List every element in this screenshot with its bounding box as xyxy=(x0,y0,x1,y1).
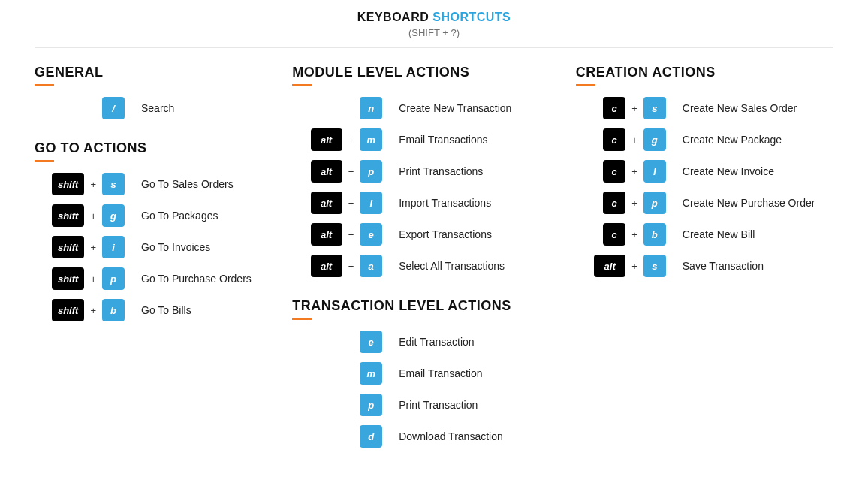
key-cap: alt xyxy=(311,192,342,214)
section-title: TRANSACTION LEVEL ACTIONS xyxy=(292,298,511,318)
key-cap: d xyxy=(360,425,382,448)
key-cap: alt xyxy=(311,160,342,183)
key-combo: alt+p xyxy=(292,160,382,183)
plus-icon: + xyxy=(631,166,637,177)
shortcut-row-save-txn: alt+sSave Transaction xyxy=(576,255,833,277)
key-cap: p xyxy=(360,160,382,183)
title-part1: KEYBOARD xyxy=(357,11,433,23)
key-cap: a xyxy=(360,255,382,277)
shortcut-row-mod-new: nCreate New Transaction xyxy=(292,97,576,119)
shortcut-row-goto-sales-orders: shift+sGo To Sales Orders xyxy=(35,173,292,195)
shortcut-label: Export Transactions xyxy=(399,228,492,240)
key-cap: g xyxy=(643,128,666,151)
shortcut-label: Go To Packages xyxy=(141,210,218,222)
key-cap: i xyxy=(102,236,125,258)
plus-icon: + xyxy=(90,242,96,253)
key-combo: e xyxy=(292,331,382,353)
shortcut-label: Print Transactions xyxy=(399,165,483,177)
key-cap: e xyxy=(360,223,382,246)
header: KEYBOARD SHORTCUTS (SHIFT + ?) xyxy=(0,11,868,38)
shortcut-row-new-invoice: c+ICreate New Invoice xyxy=(576,160,833,183)
key-combo: n xyxy=(292,97,382,119)
shortcut-row-search: /Search xyxy=(35,97,292,119)
shortcut-row-mod-email: alt+mEmail Transactions xyxy=(292,128,576,151)
section-title: CREATION ACTIONS xyxy=(576,65,716,85)
key-cap: s xyxy=(102,173,125,195)
key-combo: m xyxy=(292,362,382,385)
shortcut-label: Email Transactions xyxy=(399,134,487,146)
section-title: MODULE LEVEL ACTIONS xyxy=(292,65,469,85)
key-cap: p xyxy=(102,267,125,290)
key-combo: shift+p xyxy=(35,267,125,290)
key-combo: c+s xyxy=(576,97,666,119)
key-cap: / xyxy=(102,97,125,119)
shortcut-label: Search xyxy=(141,102,174,114)
section-general: GENERAL/Search xyxy=(35,65,292,119)
plus-icon: + xyxy=(348,134,354,146)
page-title: KEYBOARD SHORTCUTS xyxy=(0,11,868,24)
key-combo: alt+e xyxy=(292,223,382,246)
key-combo: alt+m xyxy=(292,128,382,151)
key-cap: shift xyxy=(52,236,84,258)
key-cap: shift xyxy=(52,299,84,321)
key-cap: shift xyxy=(52,204,84,227)
section-module: MODULE LEVEL ACTIONSnCreate New Transact… xyxy=(292,65,576,277)
key-cap: g xyxy=(102,204,125,227)
header-divider xyxy=(35,47,833,48)
column: CREATION ACTIONSc+sCreate New Sales Orde… xyxy=(576,65,833,469)
section-creation: CREATION ACTIONSc+sCreate New Sales Orde… xyxy=(576,65,833,277)
plus-icon: + xyxy=(348,261,354,272)
shortcut-row-goto-bills: shift+bGo To Bills xyxy=(35,299,292,321)
shortcut-label: Save Transaction xyxy=(683,260,764,272)
key-combo: c+b xyxy=(576,223,666,246)
column: MODULE LEVEL ACTIONSnCreate New Transact… xyxy=(292,65,576,469)
key-cap: alt xyxy=(311,128,342,151)
shortcut-label: Import Transactions xyxy=(399,197,491,209)
key-combo: c+I xyxy=(576,160,666,183)
plus-icon: + xyxy=(631,229,637,240)
key-cap: s xyxy=(643,255,666,277)
key-combo: shift+g xyxy=(35,204,125,227)
section-goto: GO TO ACTIONSshift+sGo To Sales Orderssh… xyxy=(35,140,292,321)
shortcut-label: Create New Package xyxy=(683,134,782,146)
plus-icon: + xyxy=(90,273,96,285)
shortcut-label: Print Transaction xyxy=(399,399,478,411)
columns: GENERAL/SearchGO TO ACTIONSshift+sGo To … xyxy=(0,65,868,469)
shortcut-label: Create New Invoice xyxy=(683,165,774,177)
key-cap: b xyxy=(102,299,125,321)
shortcut-label: Create New Sales Order xyxy=(683,102,797,114)
key-combo: shift+s xyxy=(35,173,125,195)
plus-icon: + xyxy=(90,305,96,316)
shortcut-row-goto-packages: shift+gGo To Packages xyxy=(35,204,292,227)
key-combo: c+p xyxy=(576,192,666,214)
key-cap: I xyxy=(360,192,382,214)
shortcut-row-new-sales-order: c+sCreate New Sales Order xyxy=(576,97,833,119)
shortcut-row-new-purchase: c+pCreate New Purchase Order xyxy=(576,192,833,214)
plus-icon: + xyxy=(631,198,637,209)
shortcut-label: Create New Purchase Order xyxy=(683,197,815,209)
key-cap: shift xyxy=(52,267,84,290)
shortcut-row-new-package: c+gCreate New Package xyxy=(576,128,833,151)
plus-icon: + xyxy=(631,134,637,146)
key-cap: c xyxy=(603,160,625,183)
shortcut-label: Create New Transaction xyxy=(399,102,511,114)
shortcut-label: Email Transaction xyxy=(399,367,482,379)
section-title: GENERAL xyxy=(35,65,104,85)
key-combo: shift+b xyxy=(35,299,125,321)
key-cap: c xyxy=(603,223,625,246)
key-cap: alt xyxy=(594,255,625,277)
key-cap: alt xyxy=(311,223,342,246)
title-part2: SHORTCUTS xyxy=(432,11,511,23)
key-cap: c xyxy=(603,192,625,214)
key-cap: I xyxy=(643,160,666,183)
key-combo: c+g xyxy=(576,128,666,151)
key-cap: e xyxy=(360,331,382,353)
shortcut-label: Go To Bills xyxy=(141,304,191,316)
key-cap: m xyxy=(360,362,382,385)
shortcut-label: Go To Invoices xyxy=(141,241,210,253)
shortcut-row-txn-email: mEmail Transaction xyxy=(292,362,576,385)
key-cap: b xyxy=(643,223,666,246)
key-cap: alt xyxy=(311,255,342,277)
key-cap: n xyxy=(360,97,382,119)
section-title: GO TO ACTIONS xyxy=(35,140,147,161)
